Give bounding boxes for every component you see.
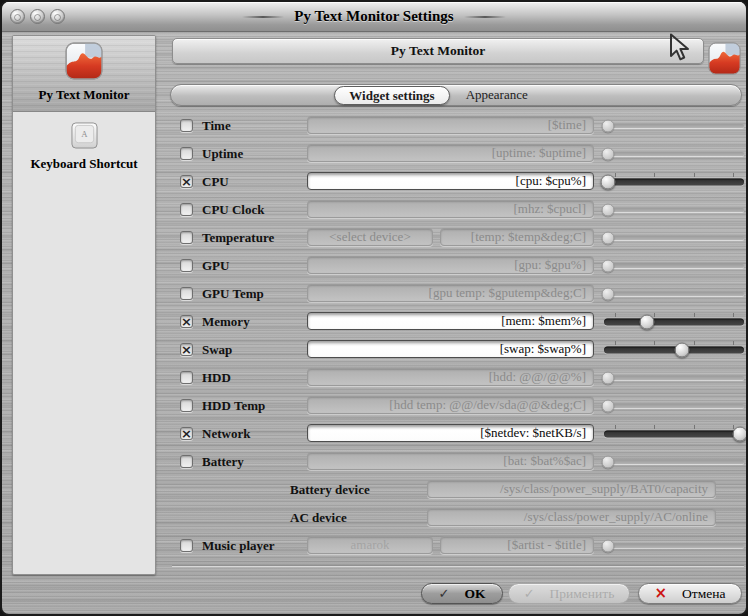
- music-player-size-slider[interactable]: [604, 537, 744, 555]
- slider-tick: [733, 341, 734, 345]
- battery-checkbox[interactable]: [180, 455, 193, 468]
- time-checkbox[interactable]: [180, 119, 193, 132]
- network-label: Network: [202, 426, 250, 442]
- hdd-temp-format-field[interactable]: [hdd temp: @@/dev/sda@@&deg;C]: [307, 396, 594, 414]
- slider-handle[interactable]: [732, 427, 747, 442]
- mouse-cursor-icon: [668, 33, 692, 62]
- row-hdd-temp: HDD Temp[hdd temp: @@/dev/sda@@&deg;C]: [172, 392, 746, 420]
- memory-checkbox[interactable]: ×: [180, 315, 193, 328]
- memory-format-field[interactable]: [mem: $mem%]: [307, 312, 594, 330]
- slider-handle[interactable]: [602, 540, 615, 553]
- titlebar-center: Py Text Monitor Settings: [2, 2, 746, 31]
- ok-button[interactable]: ✓ OK: [421, 583, 503, 604]
- cpu-clock-format-field[interactable]: [mhz: $cpucl]: [307, 200, 594, 218]
- row-temperature: Temperature<select device>[temp: $temp&d…: [172, 224, 746, 252]
- slider-tick: [615, 173, 616, 177]
- gpu-size-slider[interactable]: [604, 257, 744, 275]
- row-gpu-temp: GPU Temp[gpu temp: $gputemp&deg;C]: [172, 280, 746, 308]
- gpu-temp-format-field[interactable]: [gpu temp: $gputemp&deg;C]: [307, 284, 594, 302]
- uptime-checkbox[interactable]: [180, 147, 193, 160]
- cancel-button[interactable]: × Отмена: [638, 583, 742, 604]
- swap-format-field[interactable]: [swap: $swap%]: [307, 340, 594, 358]
- apply-button[interactable]: ✓ Применить: [508, 583, 630, 604]
- slider-tick: [654, 173, 655, 177]
- network-format-field[interactable]: [$netdev: $netKB/s]: [307, 424, 594, 442]
- slider-tick: [694, 425, 695, 429]
- time-size-slider[interactable]: [604, 117, 744, 135]
- window-buttons: [10, 9, 65, 24]
- monitor-graph-icon: [65, 42, 103, 80]
- tab-widget-settings[interactable]: Widget settings: [334, 86, 449, 105]
- gpu-checkbox[interactable]: [180, 259, 193, 272]
- slider-tick: [615, 313, 616, 317]
- battery-format-field[interactable]: [bat: $bat%$ac]: [307, 452, 594, 470]
- shade-icon[interactable]: [30, 9, 45, 24]
- uptime-format-field[interactable]: [uptime: $uptime]: [307, 144, 594, 162]
- check-icon: ✓: [524, 587, 535, 600]
- slider-handle[interactable]: [675, 343, 690, 358]
- swap-size-slider[interactable]: [604, 341, 744, 359]
- temperature-checkbox[interactable]: [180, 231, 193, 244]
- cpu-checkbox[interactable]: ×: [180, 175, 193, 188]
- cpu-clock-checkbox[interactable]: [180, 203, 193, 216]
- slider-handle[interactable]: [602, 456, 615, 469]
- row-gpu: GPU[gpu: $gpu%]: [172, 252, 746, 280]
- keycap-a-icon: [71, 122, 98, 149]
- row-uptime: Uptime[uptime: $uptime]: [172, 140, 746, 168]
- hdd-temp-checkbox[interactable]: [180, 399, 193, 412]
- gpu-temp-size-slider[interactable]: [604, 285, 744, 303]
- sidebar-item-keyboard-shortcut[interactable]: Keyboard Shortcut: [13, 112, 155, 180]
- slider-handle[interactable]: [602, 204, 615, 217]
- ac-device-path-field[interactable]: /sys/class/power_supply/AC/online: [427, 508, 716, 526]
- tab-appearance[interactable]: Appearance: [466, 87, 528, 103]
- time-format-field[interactable]: [$time]: [307, 116, 594, 134]
- maximize-icon[interactable]: [50, 9, 65, 24]
- hdd-temp-size-slider[interactable]: [604, 397, 744, 415]
- hdd-size-slider[interactable]: [604, 369, 744, 387]
- music-player-device-select[interactable]: amarok: [307, 536, 433, 554]
- title-decoration-left: [242, 16, 284, 18]
- slider-handle[interactable]: [602, 232, 615, 245]
- network-size-slider[interactable]: [604, 425, 744, 443]
- slider-tick: [733, 173, 734, 177]
- window-title: Py Text Monitor Settings: [294, 8, 453, 25]
- cpu-clock-label: CPU Clock: [202, 202, 264, 218]
- slider-tick: [615, 425, 616, 429]
- sidebar-item-py-text-monitor[interactable]: Py Text Monitor: [13, 36, 155, 112]
- slider-handle[interactable]: [602, 148, 615, 161]
- slider-handle[interactable]: [602, 400, 615, 413]
- slider-handle[interactable]: [602, 260, 615, 273]
- gpu-format-field[interactable]: [gpu: $gpu%]: [307, 256, 594, 274]
- music-player-checkbox[interactable]: [180, 539, 193, 552]
- battery-device-path-field[interactable]: /sys/class/power_supply/BAT0/capacity: [427, 480, 716, 498]
- temperature-format-field[interactable]: [temp: $temp&deg;C]: [440, 228, 594, 246]
- slider-track: [604, 292, 744, 296]
- swap-checkbox[interactable]: ×: [180, 343, 193, 356]
- slider-handle[interactable]: [602, 288, 615, 301]
- temperature-device-select[interactable]: <select device>: [307, 228, 433, 246]
- network-checkbox[interactable]: ×: [180, 427, 193, 440]
- hdd-checkbox[interactable]: [180, 371, 193, 384]
- memory-label: Memory: [202, 314, 250, 330]
- hdd-format-field[interactable]: [hdd: @@/@@%]: [307, 368, 594, 386]
- temperature-size-slider[interactable]: [604, 229, 744, 247]
- memory-size-slider[interactable]: [604, 313, 744, 331]
- titlebar[interactable]: Py Text Monitor Settings: [2, 2, 746, 32]
- gpu-temp-checkbox[interactable]: [180, 287, 193, 300]
- slider-handle[interactable]: [602, 372, 615, 385]
- slider-track: [604, 431, 744, 438]
- cpu-size-slider[interactable]: [604, 173, 744, 191]
- slider-tick: [733, 313, 734, 317]
- hdd-label: HDD: [202, 370, 231, 386]
- slider-handle[interactable]: [602, 120, 615, 133]
- close-icon[interactable]: [10, 9, 25, 24]
- slider-handle[interactable]: [601, 175, 616, 190]
- battery-size-slider[interactable]: [604, 453, 744, 471]
- page-title: Py Text Monitor: [391, 43, 486, 59]
- cpu-format-field[interactable]: [cpu: $cpu%]: [307, 172, 594, 190]
- slider-handle[interactable]: [640, 315, 655, 330]
- uptime-size-slider[interactable]: [604, 145, 744, 163]
- slider-tick: [694, 173, 695, 177]
- music-player-format-field[interactable]: [$artist - $title]: [440, 536, 594, 554]
- cpu-clock-size-slider[interactable]: [604, 201, 744, 219]
